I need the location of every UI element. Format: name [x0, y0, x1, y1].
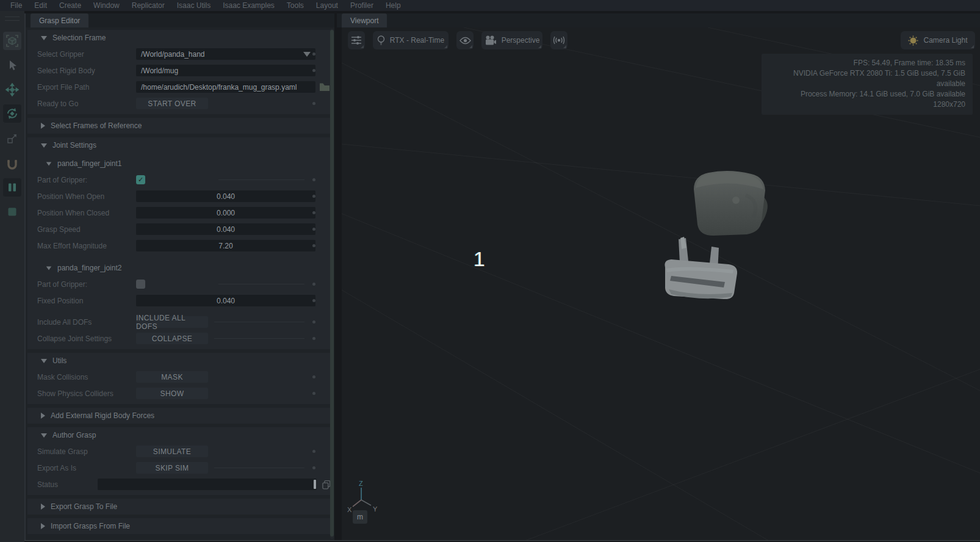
export-file-path-input[interactable]: /home/arudich/Desktop/franka_mug_grasp.y…	[136, 81, 315, 93]
reset-dot[interactable]	[312, 299, 315, 302]
grasp-editor-tabrow: Grasp Editor	[26, 13, 334, 27]
render-settings-button[interactable]	[348, 31, 365, 49]
audio-target-button[interactable]	[550, 31, 567, 49]
show-button[interactable]: SHOW	[136, 388, 208, 399]
magnet-icon	[5, 157, 19, 171]
snap-tool-button[interactable]	[3, 155, 21, 173]
mask-button[interactable]: MASK	[136, 371, 208, 383]
export-grasp-header[interactable]: Export Grasp To File	[27, 499, 331, 515]
collapse-joint-settings-row: Collapse Joint Settings COLLAPSE	[27, 330, 331, 347]
move-tool-button[interactable]	[3, 81, 21, 99]
reset-dot[interactable]	[312, 244, 315, 247]
reset-dot[interactable]	[312, 337, 315, 340]
eye-icon	[459, 37, 471, 45]
section-joint-settings: Joint Settings panda_finger_joint1 Part …	[27, 137, 331, 349]
menu-isaac-examples[interactable]: Isaac Examples	[217, 1, 280, 10]
mug-object[interactable]	[688, 170, 773, 243]
menu-window[interactable]: Window	[88, 1, 125, 10]
reset-dot[interactable]	[312, 392, 315, 395]
folder-icon[interactable]	[319, 82, 330, 92]
panel-scrollbar[interactable]	[330, 29, 334, 539]
simulate-grasp-row: Simulate Grasp SIMULATE	[27, 443, 331, 460]
joint2-part-of-gripper-row: Part of Gripper: ✓	[27, 276, 331, 292]
reset-dot[interactable]	[312, 211, 315, 214]
menu-file[interactable]: File	[5, 1, 27, 10]
collapse-button[interactable]: COLLAPSE	[136, 333, 208, 344]
import-grasps-header[interactable]: Import Grasps From File	[27, 518, 331, 534]
part-of-gripper-checkbox[interactable]: ✓	[136, 175, 145, 184]
status-field[interactable]	[98, 479, 317, 490]
viewport-toolbar: RTX - Real-Time Perspective	[348, 31, 567, 49]
reset-dot[interactable]	[312, 320, 315, 323]
camera-button[interactable]: Perspective	[481, 31, 542, 49]
select-frames-header[interactable]: Select Frames of Reference	[27, 118, 331, 134]
part-of-gripper-checkbox[interactable]: ✓	[136, 280, 145, 289]
max-effort-input[interactable]: 7.20	[136, 240, 315, 251]
position-when-open-input[interactable]: 0.040	[136, 190, 315, 202]
reset-dot[interactable]	[312, 375, 315, 378]
rotate-icon	[5, 107, 19, 120]
caret-right-icon	[41, 523, 45, 529]
viewport-stats: FPS: 54.49, Frame time: 18.35 ms NVIDIA …	[762, 54, 973, 115]
menu-isaac-utils[interactable]: Isaac Utils	[171, 1, 216, 10]
joint2-header[interactable]: panda_finger_joint2	[27, 260, 331, 276]
chevron-down-icon	[303, 52, 311, 57]
fixed-position-input[interactable]: 0.040	[136, 295, 315, 306]
tab-viewport[interactable]: Viewport	[342, 13, 387, 27]
toolbar-grip	[5, 20, 20, 21]
utils-header[interactable]: Utils	[27, 353, 331, 369]
menu-create[interactable]: Create	[54, 1, 87, 10]
stats-memory: Process Memory: 14.1 GiB used, 7.0 GiB a…	[769, 89, 965, 99]
stats-fps: FPS: 54.49, Frame time: 18.35 ms	[769, 58, 965, 68]
panda-gripper-object[interactable]	[660, 237, 743, 304]
sliders-icon	[351, 35, 362, 45]
visibility-button[interactable]	[456, 31, 474, 49]
menu-layout[interactable]: Layout	[311, 1, 344, 10]
section-utils: Utils Mask Collisions MASK Show Physics …	[27, 353, 331, 404]
select-rigid-body-input[interactable]: /World/mug	[136, 65, 315, 76]
select-gripper-row: Select Gripper /World/panda_hand	[27, 46, 331, 62]
select-gripper-dropdown[interactable]: /World/panda_hand	[136, 48, 315, 60]
reset-dot[interactable]	[312, 283, 315, 286]
reset-dot[interactable]	[312, 52, 315, 56]
reset-dot[interactable]	[312, 195, 315, 198]
menu-replicator[interactable]: Replicator	[126, 1, 170, 10]
joint-settings-header[interactable]: Joint Settings	[27, 137, 331, 153]
camera-light-button[interactable]: Camera Light	[901, 31, 975, 49]
start-over-button[interactable]: START OVER	[136, 98, 208, 109]
selection-frame-header[interactable]: Selection Frame	[27, 30, 331, 46]
grasp-speed-input[interactable]: 0.040	[136, 223, 315, 235]
reset-dot[interactable]	[312, 450, 315, 453]
external-forces-header[interactable]: Add External Rigid Body Forces	[27, 408, 331, 424]
viewport[interactable]: 1 RTX - Real-Time	[337, 27, 980, 541]
position-when-closed-input[interactable]: 0.000	[136, 207, 315, 219]
skip-sim-button[interactable]: SKIP SIM	[136, 462, 208, 474]
menu-edit[interactable]: Edit	[29, 1, 52, 10]
rotate-tool-button[interactable]	[3, 104, 21, 123]
joint1-header[interactable]: panda_finger_joint1	[27, 156, 331, 172]
selection-mode-button[interactable]	[3, 32, 21, 50]
simulate-button[interactable]: SIMULATE	[136, 446, 208, 457]
pause-button[interactable]	[3, 178, 21, 197]
section-selection-frame: Selection Frame Select Gripper /World/pa…	[27, 30, 331, 114]
menu-help[interactable]: Help	[380, 1, 406, 10]
scale-tool-button[interactable]	[3, 129, 21, 148]
export-file-path-row: Export File Path /home/arudich/Desktop/f…	[27, 79, 331, 95]
tab-grasp-editor[interactable]: Grasp Editor	[31, 13, 88, 27]
reset-dot[interactable]	[312, 69, 315, 72]
menu-tools[interactable]: Tools	[281, 1, 309, 10]
reset-dot[interactable]	[312, 466, 315, 469]
slider-track	[218, 179, 304, 180]
units-button[interactable]: m	[353, 510, 367, 524]
reset-dot[interactable]	[312, 102, 315, 105]
author-grasp-header[interactable]: Author Grasp	[27, 427, 331, 443]
include-all-dofs-button[interactable]: INCLUDE ALL DOFS	[136, 316, 208, 328]
annotation-marker-1: 1	[474, 247, 485, 271]
grasp-speed-row: Grasp Speed 0.040	[27, 221, 331, 237]
select-tool-button[interactable]	[3, 56, 21, 74]
reset-dot[interactable]	[312, 228, 315, 231]
stop-button[interactable]	[3, 203, 21, 221]
menu-profiler[interactable]: Profiler	[345, 1, 379, 10]
reset-dot[interactable]	[312, 178, 315, 181]
renderer-button[interactable]: RTX - Real-Time	[373, 31, 449, 49]
